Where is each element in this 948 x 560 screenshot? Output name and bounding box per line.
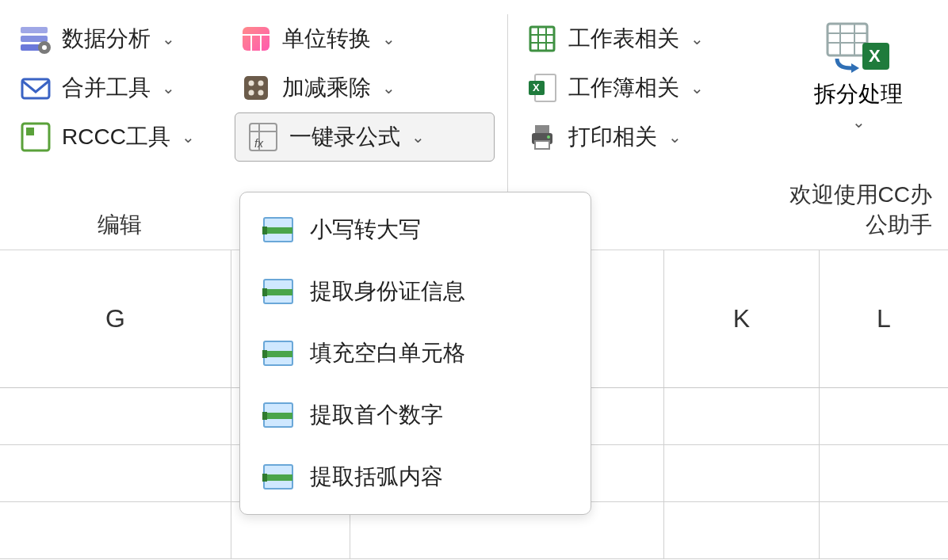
group-caption: 欢迎使用CC办公助手 xyxy=(778,180,938,240)
rccc-tools-button[interactable]: RCCC工具 ⌄ xyxy=(14,112,225,162)
group-caption: 编辑 xyxy=(10,210,230,240)
menu-item-extract-id-info[interactable]: 提取身份证信息 xyxy=(240,261,591,322)
cell[interactable] xyxy=(820,502,948,558)
excel-file-icon: X xyxy=(526,71,559,105)
label: 打印相关 xyxy=(568,122,657,152)
calculator-icon xyxy=(239,71,273,105)
svg-point-14 xyxy=(258,81,264,86)
menu-item-extract-bracket-content[interactable]: 提取括弧内容 xyxy=(240,446,591,508)
label: 单位转换 xyxy=(282,24,371,54)
data-analysis-button[interactable]: 数据分析 ⌄ xyxy=(14,14,225,63)
cell[interactable] xyxy=(664,445,820,501)
row-icon xyxy=(262,340,294,367)
envelope-icon xyxy=(19,71,52,105)
label: 提取括弧内容 xyxy=(310,462,443,492)
merge-tools-button[interactable]: 合并工具 ⌄ xyxy=(14,63,225,112)
cell[interactable] xyxy=(820,445,948,501)
svg-rect-31 xyxy=(535,141,549,149)
svg-text:fx: fx xyxy=(254,137,264,150)
label: RCCC工具 xyxy=(62,122,170,152)
label: 数据分析 xyxy=(62,24,151,54)
split-process-button[interactable]: X 拆分处理 ⌄ xyxy=(782,14,934,136)
column-header-l[interactable]: L xyxy=(820,250,948,387)
worksheet-related-button[interactable]: 工作表相关 ⌄ xyxy=(521,14,773,63)
svg-point-16 xyxy=(258,90,264,96)
cell[interactable] xyxy=(820,388,948,444)
svg-rect-51 xyxy=(262,412,267,420)
svg-rect-48 xyxy=(262,350,267,358)
svg-rect-0 xyxy=(21,27,48,33)
chevron-down-icon: ⌄ xyxy=(162,78,175,97)
svg-point-15 xyxy=(249,90,254,96)
svg-rect-53 xyxy=(264,474,292,481)
split-excel-icon: X xyxy=(823,19,894,76)
label: 小写转大写 xyxy=(310,215,421,245)
svg-rect-50 xyxy=(264,413,292,419)
svg-text:X: X xyxy=(869,46,881,66)
chevron-down-icon: ⌄ xyxy=(668,128,682,147)
workbook-related-button[interactable]: X 工作簿相关 ⌄ xyxy=(521,63,773,112)
row-icon xyxy=(262,402,294,429)
chevron-down-icon: ⌄ xyxy=(182,128,195,147)
ribbon-group-split: X 拆分处理 ⌄ 欢迎使用CC办公助手 xyxy=(778,14,938,250)
svg-rect-1 xyxy=(21,36,48,42)
fx-grid-icon: fx xyxy=(247,120,280,154)
cell[interactable] xyxy=(0,388,231,444)
cell[interactable] xyxy=(664,502,820,558)
svg-rect-54 xyxy=(262,474,267,482)
label: 一键录公式 xyxy=(289,122,400,152)
chevron-down-icon: ⌄ xyxy=(162,29,175,48)
chevron-down-icon: ⌄ xyxy=(382,78,396,97)
label: 合并工具 xyxy=(62,73,151,103)
svg-point-4 xyxy=(42,45,47,50)
label: 工作簿相关 xyxy=(568,73,679,103)
svg-rect-30 xyxy=(535,125,549,133)
svg-point-13 xyxy=(249,81,254,86)
label: 加减乘除 xyxy=(282,73,371,103)
one-click-formula-button[interactable]: fx 一键录公式 ⌄ xyxy=(235,112,495,162)
svg-rect-7 xyxy=(26,128,34,135)
label: 工作表相关 xyxy=(568,24,679,54)
svg-rect-45 xyxy=(262,288,267,296)
label: 拆分处理 xyxy=(814,79,903,109)
ribbon-group-edit: 数据分析 ⌄ 合并工具 ⌄ RCCC工具 ⌄ 编辑 xyxy=(10,14,230,250)
menu-item-lowercase-to-uppercase[interactable]: 小写转大写 xyxy=(240,199,591,261)
cell[interactable] xyxy=(0,445,231,501)
svg-rect-42 xyxy=(262,227,267,234)
svg-rect-21 xyxy=(530,27,554,51)
chevron-down-icon: ⌄ xyxy=(690,78,704,97)
separator xyxy=(507,14,508,204)
svg-point-32 xyxy=(547,135,550,139)
chevron-down-icon: ⌄ xyxy=(852,112,866,131)
svg-rect-8 xyxy=(243,27,269,51)
printer-icon xyxy=(526,120,559,154)
svg-rect-5 xyxy=(22,79,49,98)
formula-dropdown-menu: 小写转大写 提取身份证信息 填充空白单元格 提取首个数字 提取括弧内容 xyxy=(239,192,591,515)
row-icon xyxy=(262,463,294,490)
menu-item-fill-blank-cells[interactable]: 填充空白单元格 xyxy=(240,322,591,384)
row-icon xyxy=(262,278,294,305)
svg-text:X: X xyxy=(533,82,540,93)
svg-rect-33 xyxy=(828,24,867,55)
chevron-down-icon: ⌄ xyxy=(690,29,704,48)
cell[interactable] xyxy=(0,502,231,558)
unit-convert-button[interactable]: 单位转换 ⌄ xyxy=(235,14,495,63)
svg-rect-44 xyxy=(264,289,292,295)
menu-item-extract-first-digit[interactable]: 提取首个数字 xyxy=(240,384,591,446)
chevron-down-icon: ⌄ xyxy=(411,128,425,147)
svg-rect-41 xyxy=(264,227,292,234)
arithmetic-button[interactable]: 加减乘除 ⌄ xyxy=(235,63,495,112)
green-box-icon xyxy=(19,120,52,154)
cell[interactable] xyxy=(664,388,820,444)
print-related-button[interactable]: 打印相关 ⌄ xyxy=(521,112,773,162)
chevron-down-icon: ⌄ xyxy=(382,29,396,48)
stack-gear-icon xyxy=(19,22,52,55)
label: 填充空白单元格 xyxy=(310,338,465,368)
label: 提取首个数字 xyxy=(310,400,443,430)
sheet-grid-icon xyxy=(526,22,559,55)
column-header-g[interactable]: G xyxy=(0,250,231,387)
label: 提取身份证信息 xyxy=(310,276,465,307)
pink-grid-icon xyxy=(239,22,273,55)
column-header-k[interactable]: K xyxy=(664,250,820,387)
row-icon xyxy=(262,216,294,243)
